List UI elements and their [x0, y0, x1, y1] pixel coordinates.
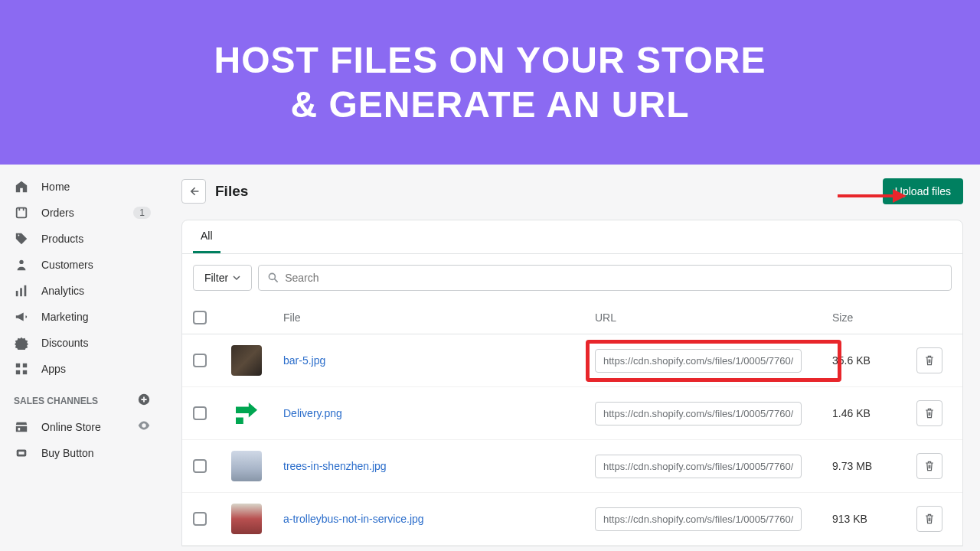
sidebar-item-marketing[interactable]: Marketing	[0, 304, 165, 330]
sidebar-item-discounts[interactable]: Discounts	[0, 330, 165, 356]
trash-icon	[923, 354, 936, 367]
page-title: Files	[215, 183, 248, 200]
sidebar-item-products[interactable]: Products	[0, 226, 165, 252]
tabs: All	[182, 220, 962, 254]
customers-icon	[14, 257, 29, 272]
filename-link[interactable]: bar-5.jpg	[283, 354, 325, 367]
banner: HOST FILES ON YOUR STORE & GENERATE AN U…	[0, 0, 980, 165]
file-size: 9.73 MB	[832, 460, 916, 472]
url-input[interactable]	[595, 349, 802, 373]
table-row: trees-in-shenzhen.jpg 9.73 MB	[182, 440, 962, 493]
analytics-icon	[14, 283, 29, 298]
sidebar-item-analytics[interactable]: Analytics	[0, 278, 165, 304]
sidebar-item-apps[interactable]: Apps	[0, 356, 165, 382]
thumbnail	[231, 398, 262, 429]
channel-label: Buy Button	[41, 447, 94, 459]
orders-icon	[14, 205, 29, 220]
sidebar-item-label: Home	[41, 181, 70, 193]
thumbnail	[231, 504, 262, 534]
apps-icon	[14, 361, 29, 377]
eye-icon[interactable]	[137, 419, 151, 435]
channel-buy-button[interactable]: Buy Button	[0, 440, 165, 466]
sidebar-item-label: Products	[41, 233, 83, 245]
sidebar-item-orders[interactable]: Orders 1	[0, 200, 165, 226]
delete-button[interactable]	[916, 400, 942, 426]
thumbnail	[231, 451, 262, 481]
delete-button[interactable]	[916, 347, 942, 373]
discounts-icon	[14, 335, 29, 350]
row-checkbox[interactable]	[193, 512, 207, 526]
trash-icon	[923, 407, 936, 419]
trash-icon	[923, 513, 936, 525]
file-size: 1.46 KB	[832, 407, 916, 419]
sidebar: Home Orders 1 Products Customers Analyti…	[0, 165, 165, 551]
svg-rect-11	[18, 452, 24, 455]
sidebar-item-customers[interactable]: Customers	[0, 252, 165, 278]
orders-badge: 1	[133, 207, 151, 219]
trash-icon	[923, 460, 936, 472]
buy-icon	[14, 445, 29, 461]
svg-point-14	[270, 273, 276, 279]
filter-bar: Filter	[182, 254, 962, 302]
svg-rect-2	[16, 291, 18, 296]
home-icon	[14, 179, 29, 194]
files-table: File URL Size bar-5.jpg 35.6 KB Del	[182, 302, 962, 546]
arrow-left-icon	[188, 185, 200, 197]
banner-title: HOST FILES ON YOUR STORE & GENERATE AN U…	[214, 38, 766, 126]
table-row: a-trolleybus-not-in-service.jpg 913 KB	[182, 493, 962, 546]
thumbnail	[231, 345, 262, 376]
caret-down-icon	[233, 274, 240, 282]
sidebar-item-label: Customers	[41, 259, 93, 271]
header-file: File	[277, 311, 595, 324]
url-input[interactable]	[595, 402, 802, 425]
svg-rect-3	[20, 288, 22, 296]
filter-button[interactable]: Filter	[193, 265, 252, 291]
svg-rect-0	[17, 208, 27, 218]
svg-rect-8	[23, 370, 27, 374]
store-icon	[14, 419, 29, 435]
marketing-icon	[14, 309, 29, 324]
svg-rect-7	[16, 370, 20, 374]
filename-link[interactable]: trees-in-shenzhen.jpg	[283, 460, 387, 472]
channel-online-store[interactable]: Online Store	[0, 413, 165, 440]
channel-label: Online Store	[41, 421, 101, 433]
header-size: Size	[832, 311, 916, 324]
table-row: bar-5.jpg 35.6 KB	[182, 334, 962, 387]
row-checkbox[interactable]	[193, 406, 207, 420]
sidebar-item-label: Orders	[41, 207, 74, 219]
svg-rect-5	[16, 364, 20, 367]
sidebar-item-label: Marketing	[41, 311, 88, 323]
page-header: Files Upload files	[165, 165, 980, 212]
sidebar-item-label: Analytics	[41, 285, 84, 297]
file-size: 913 KB	[832, 513, 916, 525]
url-input[interactable]	[595, 507, 802, 531]
sidebar-item-home[interactable]: Home	[0, 174, 165, 200]
files-card: All Filter File URL Size	[181, 220, 963, 546]
header-url: URL	[595, 311, 832, 324]
sidebar-item-label: Apps	[41, 363, 66, 375]
search-input[interactable]	[258, 265, 952, 291]
delete-button[interactable]	[916, 506, 942, 532]
upload-files-button[interactable]: Upload files	[883, 178, 963, 204]
table-row: Delivery.png 1.46 KB	[182, 387, 962, 440]
products-icon	[14, 231, 29, 246]
sidebar-item-label: Discounts	[41, 337, 88, 349]
select-all-checkbox[interactable]	[193, 311, 207, 324]
search-wrapper	[258, 265, 952, 291]
table-header: File URL Size	[182, 302, 962, 334]
delete-button[interactable]	[916, 453, 942, 479]
svg-point-1	[19, 260, 23, 264]
svg-rect-6	[23, 364, 27, 367]
row-checkbox[interactable]	[193, 459, 207, 473]
svg-rect-4	[24, 285, 27, 296]
tab-all[interactable]: All	[193, 220, 220, 253]
filename-link[interactable]: a-trolleybus-not-in-service.jpg	[283, 513, 424, 525]
row-checkbox[interactable]	[193, 354, 207, 367]
back-button[interactable]	[181, 179, 206, 204]
filename-link[interactable]: Delivery.png	[283, 407, 342, 419]
file-size: 35.6 KB	[832, 354, 916, 367]
add-channel-icon[interactable]	[137, 393, 151, 409]
main-content: Files Upload files All Filter	[165, 165, 980, 551]
search-icon	[267, 272, 279, 284]
url-input[interactable]	[595, 455, 802, 478]
